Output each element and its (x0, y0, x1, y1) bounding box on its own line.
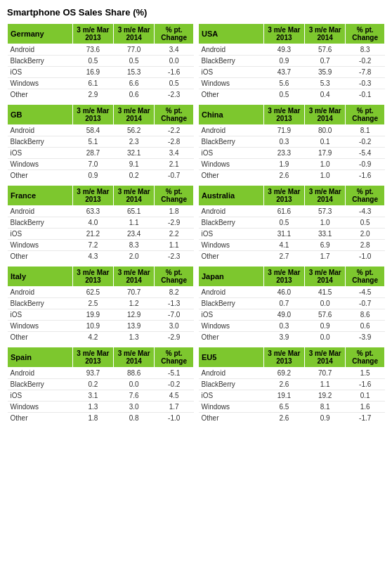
value-2014: 32.1 (114, 148, 155, 159)
os-label: BlackBerry (199, 379, 264, 390)
table-row: Windows6.58.11.6 (199, 402, 385, 413)
value-change: 8.2 (155, 287, 194, 298)
value-2013: 19.9 (72, 309, 113, 321)
os-label: Windows (199, 321, 264, 332)
country-table-germany: Germany3 m/e Mar 20133 m/e Mar 2014% pt.… (7, 23, 194, 100)
table-row: iOS16.915.3-1.6 (8, 67, 194, 78)
country-table-spain: Spain3 m/e Mar 20133 m/e Mar 2014% pt. C… (7, 347, 194, 423)
country-name: Japan (199, 267, 264, 287)
column-header-1: 3 m/e Mar 2014 (114, 105, 155, 125)
os-label: Other (8, 251, 73, 262)
value-change: -0.2 (346, 136, 385, 148)
table-row: Android49.357.68.3 (199, 44, 385, 56)
column-header-2: % pt. Change (155, 186, 194, 206)
table-row: Android63.365.11.8 (8, 206, 194, 217)
table-row: Android46.041.5-4.5 (199, 287, 385, 298)
table-row: Windows10.913.93.0 (8, 321, 194, 332)
value-change: -7.8 (346, 67, 385, 78)
value-change: -1.6 (346, 379, 385, 390)
value-2014: 77.0 (114, 44, 155, 56)
value-change: -0.2 (346, 56, 385, 67)
value-2013: 0.9 (72, 170, 113, 181)
column-header-0: 3 m/e Mar 2013 (72, 267, 113, 287)
os-label: Android (8, 125, 73, 136)
column-header-0: 3 m/e Mar 2013 (72, 186, 113, 206)
country-table-france: France3 m/e Mar 20133 m/e Mar 2014% pt. … (7, 185, 194, 262)
os-label: iOS (199, 229, 264, 240)
value-2013: 46.0 (263, 287, 304, 298)
table-row: iOS31.133.12.0 (199, 229, 385, 240)
value-2014: 1.7 (305, 251, 346, 262)
country-table-japan: Japan3 m/e Mar 20133 m/e Mar 2014% pt. C… (198, 266, 385, 342)
value-2014: 1.0 (305, 159, 346, 170)
table-row: Windows5.65.3-0.3 (199, 78, 385, 89)
country-name: Australia (199, 186, 264, 206)
table-row: Windows0.30.90.6 (199, 321, 385, 332)
value-2013: 0.2 (72, 379, 113, 390)
os-label: Windows (199, 240, 264, 251)
column-header-2: % pt. Change (346, 347, 385, 368)
country-table-australia: Australia3 m/e Mar 20133 m/e Mar 2014% p… (198, 185, 385, 262)
os-label: Android (199, 206, 264, 217)
os-label: Android (199, 44, 264, 56)
value-2014: 0.5 (114, 56, 155, 67)
value-2014: 1.1 (114, 217, 155, 229)
os-label: Other (8, 413, 73, 424)
os-label: Other (8, 170, 73, 181)
value-change: 0.0 (155, 56, 194, 67)
value-2013: 31.1 (263, 229, 304, 240)
table-row: Android93.788.6-5.1 (8, 368, 194, 379)
page-title: Smartphone OS Sales Share (%) (7, 7, 385, 18)
country-name: EU5 (199, 347, 264, 368)
value-change: -1.0 (346, 251, 385, 262)
country-table-gb: GB3 m/e Mar 20133 m/e Mar 2014% pt. Chan… (7, 104, 194, 181)
table-row: iOS19.119.20.1 (199, 390, 385, 402)
table-row: Windows1.91.0-0.9 (199, 159, 385, 170)
column-header-2: % pt. Change (155, 347, 194, 368)
value-2014: 0.1 (305, 136, 346, 148)
os-label: Android (8, 287, 73, 298)
value-2014: 57.6 (305, 44, 346, 56)
value-2013: 2.6 (263, 413, 304, 424)
value-2013: 3.1 (72, 390, 113, 402)
column-header-0: 3 m/e Mar 2013 (72, 24, 113, 44)
table-row: Other2.90.6-2.3 (8, 89, 194, 101)
value-2013: 93.7 (72, 368, 113, 379)
os-label: iOS (8, 390, 73, 402)
value-change: 0.5 (155, 78, 194, 89)
value-2013: 0.5 (72, 56, 113, 67)
os-label: Other (8, 89, 73, 101)
country-name: USA (199, 24, 264, 44)
value-change: 3.4 (155, 44, 194, 56)
column-header-1: 3 m/e Mar 2014 (305, 347, 346, 368)
value-2013: 2.6 (263, 170, 304, 181)
value-2014: 8.3 (114, 240, 155, 251)
value-2014: 12.9 (114, 309, 155, 321)
value-2014: 17.9 (305, 148, 346, 159)
value-2013: 4.0 (72, 217, 113, 229)
value-change: -2.9 (155, 332, 194, 343)
country-table-china: China3 m/e Mar 20133 m/e Mar 2014% pt. C… (198, 104, 385, 181)
value-2014: 0.2 (114, 170, 155, 181)
value-2014: 1.0 (305, 217, 346, 229)
value-2014: 57.3 (305, 206, 346, 217)
value-2014: 2.0 (114, 251, 155, 262)
value-2013: 62.5 (72, 287, 113, 298)
table-row: Other2.71.7-1.0 (199, 251, 385, 262)
value-2014: 1.3 (114, 332, 155, 343)
value-change: -1.3 (155, 298, 194, 309)
value-2014: 0.6 (114, 89, 155, 101)
value-2013: 0.5 (263, 89, 304, 101)
value-change: -0.7 (346, 298, 385, 309)
value-2014: 1.2 (114, 298, 155, 309)
os-label: BlackBerry (199, 136, 264, 148)
value-change: -2.9 (155, 217, 194, 229)
os-label: Android (8, 368, 73, 379)
value-change: 8.1 (346, 125, 385, 136)
value-2013: 7.0 (72, 159, 113, 170)
table-row: Windows6.16.60.5 (8, 78, 194, 89)
value-2013: 4.2 (72, 332, 113, 343)
value-2013: 0.5 (263, 217, 304, 229)
table-row: Other2.61.0-1.6 (199, 170, 385, 181)
value-change: 0.6 (346, 321, 385, 332)
